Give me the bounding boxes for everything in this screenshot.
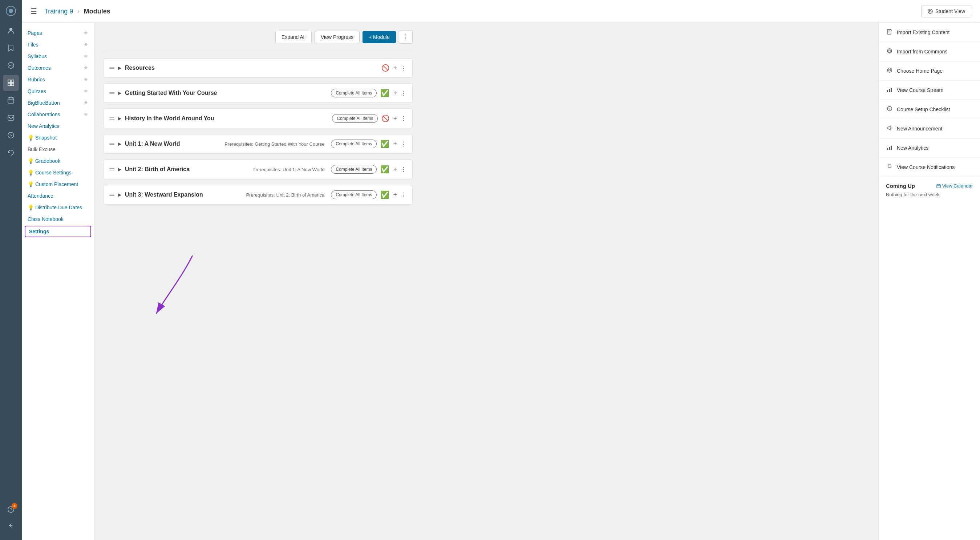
nav-sync[interactable] bbox=[3, 145, 19, 161]
drag-handle-getting-started[interactable] bbox=[109, 92, 115, 94]
module-row-unit2: ▶ Unit 2: Birth of America Prerequisites… bbox=[103, 159, 413, 179]
module-title-resources: Resources bbox=[125, 65, 378, 71]
svg-text:?: ? bbox=[888, 107, 891, 111]
svg-point-5 bbox=[11, 65, 11, 66]
prereq-text-unit2: Prerequisites: Unit 1: A New World bbox=[253, 167, 325, 172]
student-view-button[interactable]: Student View bbox=[921, 5, 971, 18]
drag-handle-history[interactable] bbox=[109, 117, 115, 119]
more-options-unit2[interactable]: ⋮ bbox=[401, 166, 406, 173]
checklist-icon: ? bbox=[886, 106, 893, 113]
sidebar-item-custom-placement[interactable]: 💡 Custom Placement bbox=[22, 178, 94, 190]
sidebar-item-bigbluebutton[interactable]: BigBlueButton 👁 bbox=[22, 97, 94, 109]
more-options-unit3[interactable]: ⋮ bbox=[401, 191, 406, 198]
complete-badge-history: Complete All Items bbox=[332, 114, 378, 123]
sidebar-item-syllabus[interactable]: Syllabus 👁 bbox=[22, 51, 94, 62]
eye-icon-files: 👁 bbox=[84, 42, 88, 47]
new-announcement[interactable]: New Announcement bbox=[879, 119, 980, 139]
add-item-resources[interactable]: + bbox=[393, 64, 397, 72]
nav-modules[interactable] bbox=[3, 75, 19, 91]
sidebar-item-attendance[interactable]: Attendance bbox=[22, 190, 94, 202]
sidebar-item-quizzes[interactable]: Quizzes 👁 bbox=[22, 85, 94, 97]
expand-arrow-resources[interactable]: ▶ bbox=[118, 65, 121, 70]
eye-icon-syllabus: 👁 bbox=[84, 54, 88, 59]
nav-bookmark[interactable] bbox=[3, 40, 19, 56]
module-title-unit2: Unit 2: Birth of America bbox=[125, 166, 249, 173]
add-item-history[interactable]: + bbox=[393, 115, 397, 123]
add-module-button[interactable]: + Module bbox=[363, 31, 396, 43]
expand-arrow-getting-started[interactable]: ▶ bbox=[118, 91, 121, 96]
sidebar-item-pages[interactable]: Pages 👁 bbox=[22, 27, 94, 39]
nav-help[interactable]: ? 3 bbox=[3, 502, 19, 518]
nav-calendar[interactable] bbox=[3, 92, 19, 108]
right-panel: Import Existing Content Import from Comm… bbox=[878, 23, 980, 540]
eye-icon-rubrics: 👁 bbox=[84, 77, 88, 82]
nav-collapse[interactable] bbox=[3, 518, 19, 534]
coming-up-empty-message: Nothing for the next week bbox=[886, 192, 973, 198]
svg-rect-7 bbox=[8, 80, 11, 83]
complete-badge-unit1: Complete All Items bbox=[331, 140, 377, 148]
sidebar-item-class-notebook[interactable]: Class Notebook bbox=[22, 213, 94, 225]
import-existing-content[interactable]: Import Existing Content bbox=[879, 23, 980, 42]
new-analytics[interactable]: New Analytics bbox=[879, 139, 980, 158]
choose-home-page[interactable]: Choose Home Page bbox=[879, 61, 980, 81]
drag-handle-resources[interactable] bbox=[109, 67, 115, 69]
view-course-notifications[interactable]: View Course Notifications bbox=[879, 158, 980, 177]
nav-chat[interactable] bbox=[3, 57, 19, 73]
app-logo[interactable] bbox=[4, 4, 18, 18]
nav-inbox[interactable] bbox=[3, 110, 19, 126]
drag-handle-unit2[interactable] bbox=[109, 168, 115, 170]
import-existing-icon bbox=[886, 29, 893, 36]
breadcrumb-course[interactable]: Training 9 bbox=[44, 8, 73, 15]
nav-profile[interactable] bbox=[3, 22, 19, 38]
notifications-icon bbox=[886, 164, 893, 171]
add-item-unit1[interactable]: + bbox=[393, 140, 397, 148]
view-calendar-link[interactable]: View Calendar bbox=[936, 183, 973, 189]
import-from-commons[interactable]: Import from Commons bbox=[879, 42, 980, 61]
sidebar-item-bulk-excuse[interactable]: Bulk Excuse bbox=[22, 143, 94, 155]
drag-handle-unit3[interactable] bbox=[109, 194, 115, 196]
course-setup-checklist[interactable]: ? Course Setup Checklist bbox=[879, 100, 980, 119]
more-options-resources[interactable]: ⋮ bbox=[401, 65, 406, 72]
check-icon-unit1: ✅ bbox=[380, 140, 390, 148]
sidebar-item-rubrics[interactable]: Rubrics 👁 bbox=[22, 74, 94, 85]
more-options-history[interactable]: ⋮ bbox=[401, 115, 406, 122]
svg-point-20 bbox=[928, 9, 932, 13]
coming-up-title: Coming Up bbox=[886, 183, 915, 189]
module-row-unit1: ▶ Unit 1: A New World Prerequisites: Get… bbox=[103, 134, 413, 154]
sidebar-item-outcomes[interactable]: Outcomes 👁 bbox=[22, 62, 94, 74]
expand-arrow-history[interactable]: ▶ bbox=[118, 116, 121, 121]
add-item-unit3[interactable]: + bbox=[393, 191, 397, 199]
sidebar-item-collaborations[interactable]: Collaborations 👁 bbox=[22, 109, 94, 120]
view-progress-button[interactable]: View Progress bbox=[315, 31, 360, 43]
eye-icon-pages: 👁 bbox=[84, 30, 88, 36]
sidebar-item-new-analytics[interactable]: New Analytics bbox=[22, 120, 94, 132]
sidebar-item-distribute-due-dates[interactable]: 💡 Distribute Due Dates bbox=[22, 202, 94, 213]
choose-home-icon bbox=[886, 67, 893, 75]
module-title-unit3: Unit 3: Westward Expansion bbox=[125, 191, 242, 198]
expand-all-button[interactable]: Expand All bbox=[275, 31, 312, 43]
view-course-stream[interactable]: View Course Stream bbox=[879, 81, 980, 100]
more-options-unit1[interactable]: ⋮ bbox=[401, 141, 406, 148]
add-item-getting-started[interactable]: + bbox=[393, 89, 397, 97]
expand-arrow-unit1[interactable]: ▶ bbox=[118, 141, 121, 147]
nav-history[interactable] bbox=[3, 127, 19, 143]
main-content-area: Expand All View Progress + Module ⋮ ▶ bbox=[94, 23, 878, 540]
svg-rect-39 bbox=[937, 185, 940, 188]
stream-icon bbox=[886, 86, 893, 94]
more-options-getting-started[interactable]: ⋮ bbox=[401, 90, 406, 97]
svg-rect-9 bbox=[8, 83, 11, 86]
add-item-unit2[interactable]: + bbox=[393, 166, 397, 173]
module-row-history: ▶ History In the World Around You Comple… bbox=[103, 109, 413, 128]
drag-handle-unit1[interactable] bbox=[109, 143, 115, 145]
sidebar-item-course-settings[interactable]: 💡 Course Settings bbox=[22, 167, 94, 178]
sidebar-item-gradebook[interactable]: 💡 Gradebook bbox=[22, 155, 94, 167]
expand-arrow-unit2[interactable]: ▶ bbox=[118, 167, 121, 172]
hamburger-icon[interactable]: ☰ bbox=[30, 7, 37, 16]
expand-arrow-unit3[interactable]: ▶ bbox=[118, 192, 121, 198]
svg-point-6 bbox=[12, 65, 12, 66]
sidebar-item-snapshot[interactable]: 💡 Snapshot bbox=[22, 132, 94, 143]
module-more-options-button[interactable]: ⋮ bbox=[399, 30, 413, 44]
sidebar-item-settings[interactable]: Settings bbox=[25, 226, 91, 237]
sidebar-item-files[interactable]: Files 👁 bbox=[22, 39, 94, 51]
svg-point-29 bbox=[889, 69, 891, 71]
